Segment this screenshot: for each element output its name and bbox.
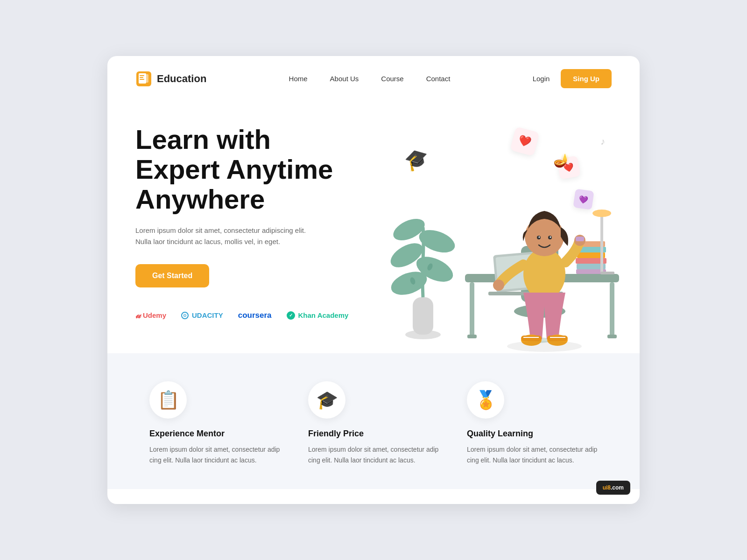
svg-point-51 (507, 341, 582, 352)
svg-rect-18 (467, 335, 477, 338)
feature-quality-learning: 🏅 Quality Learning Lorem ipsum dolor sit… (453, 381, 612, 466)
feature-desc-1: Lorem ipsum dolor sit amet, consectetur … (149, 444, 280, 466)
features-section: 📋 Experience Mentor Lorem ipsum dolor si… (107, 353, 640, 489)
friendly-price-icon: 🎓 (308, 381, 345, 419)
partners-row: 𝓊 Udemy ⊙ UDACITY coursera ✓ Khan Academ… (135, 310, 362, 321)
nav-actions: Login Sing Up (533, 69, 612, 88)
nav-about[interactable]: About Us (330, 75, 359, 83)
svg-rect-48 (547, 336, 568, 341)
svg-rect-5 (146, 74, 148, 83)
quality-learning-icon: 🏅 (467, 381, 504, 419)
svg-rect-1 (139, 73, 146, 84)
navbar: Education Home About Us Course Contact L… (107, 56, 640, 101)
feature-title-2: Friendly Price (308, 429, 439, 439)
logo-icon (135, 70, 152, 87)
hero-section: Learn with Expert Anytime Anywhere Lorem… (107, 101, 640, 353)
svg-rect-30 (600, 213, 603, 274)
hero-svg-illustration (362, 139, 633, 353)
hero-title: Learn with Expert Anytime Anywhere (135, 125, 362, 214)
svg-point-42 (493, 280, 504, 291)
login-button[interactable]: Login (533, 75, 550, 83)
feature-desc-3: Lorem ipsum dolor sit amet, consectetur … (467, 444, 598, 466)
feature-desc-2: Lorem ipsum dolor sit amet, consectetur … (308, 444, 439, 466)
svg-point-40 (538, 237, 540, 238)
partner-udacity: ⊙ UDACITY (181, 311, 223, 319)
partner-udemy: 𝓊 Udemy (135, 310, 166, 321)
hero-illustration: ❤️ ❤️ 💜 ♪ 🎓 🪔 (362, 111, 612, 353)
partner-khan-academy: ✓ Khan Academy (287, 311, 349, 320)
feature-experience-mentor: 📋 Experience Mentor Lorem ipsum dolor si… (135, 381, 294, 466)
svg-point-31 (592, 210, 611, 217)
svg-rect-4 (140, 79, 144, 80)
svg-rect-32 (600, 272, 614, 274)
ui8-badge: ui8.com (596, 481, 630, 495)
svg-rect-2 (140, 75, 144, 76)
svg-rect-3 (140, 77, 143, 78)
svg-rect-47 (521, 336, 542, 341)
experience-mentor-icon: 📋 (149, 381, 187, 419)
feature-friendly-price: 🎓 Friendly Price Lorem ipsum dolor sit a… (294, 381, 453, 466)
site-name: Education (157, 73, 206, 85)
feature-title-3: Quality Learning (467, 429, 598, 439)
hero-description: Lorem ipsum dolor sit amet, consectetur … (135, 225, 313, 247)
nav-links: Home About Us Course Contact (289, 75, 451, 83)
svg-rect-17 (610, 282, 614, 338)
hero-content: Learn with Expert Anytime Anywhere Lorem… (135, 111, 362, 353)
signup-button[interactable]: Sing Up (561, 69, 612, 88)
feature-title-1: Experience Mentor (149, 429, 280, 439)
svg-rect-19 (607, 335, 617, 338)
nav-course[interactable]: Course (381, 75, 403, 83)
nav-home[interactable]: Home (289, 75, 308, 83)
get-started-button[interactable]: Get Started (135, 264, 209, 287)
svg-rect-7 (413, 297, 433, 335)
svg-point-41 (550, 237, 551, 238)
logo[interactable]: Education (135, 70, 206, 87)
nav-contact[interactable]: Contact (426, 75, 451, 83)
svg-rect-44 (576, 237, 584, 241)
partner-coursera: coursera (238, 311, 272, 320)
svg-rect-16 (470, 282, 474, 338)
